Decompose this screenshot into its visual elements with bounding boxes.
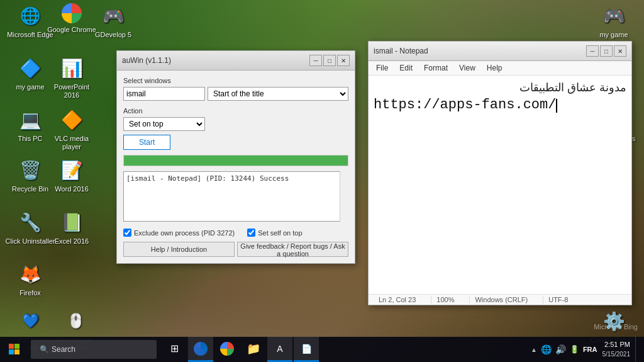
select-windows-label: Select windows xyxy=(123,77,348,84)
exclude-checkbox[interactable] xyxy=(123,229,131,237)
taskbar: 🔍 Search ⊞ 📁 A 📄 ▲ 🌐 🔊 🔋 FRA xyxy=(0,337,644,362)
search-placeholder: Search xyxy=(52,345,75,354)
status-ln-col: Ln 2, Col 23 xyxy=(374,296,421,303)
action-label: Action xyxy=(123,107,348,115)
notepad-maximize-button[interactable]: □ xyxy=(600,45,613,57)
taskbar-auwin[interactable]: A xyxy=(267,337,292,362)
log-area: [ismail - Notepad] (PID: 13244) Success xyxy=(123,171,348,222)
notepad-menu-edit[interactable]: Edit xyxy=(394,62,418,74)
notepad-titlebar: ismail - Notepad ─ □ ✕ xyxy=(369,42,631,61)
auwin-maximize-button[interactable]: □ xyxy=(323,55,336,66)
taskbar-edge[interactable] xyxy=(188,337,213,362)
help-button[interactable]: Help / Introduction xyxy=(123,242,235,257)
status-encoding: UTF-8 xyxy=(543,296,573,303)
auwin-window-controls: ─ □ ✕ xyxy=(309,55,350,66)
svg-rect-0 xyxy=(9,344,14,349)
notepad-menu-help[interactable]: Help xyxy=(482,62,508,74)
clock[interactable]: 2:51 PM 5/15/2021 xyxy=(602,340,631,358)
system-tray: ▲ 🌐 🔊 🔋 FRA xyxy=(531,344,597,354)
selfontop-checkbox[interactable] xyxy=(247,229,255,237)
action-section: Action Set on top Remove on top Minimize… xyxy=(123,107,348,150)
desktop-icon-firefox[interactable]: 🦊 Firefox xyxy=(5,261,55,297)
status-crlf: Windows (CRLF) xyxy=(469,296,533,303)
desktop-icon-vlc[interactable]: 🔶 VLC media player xyxy=(47,107,97,151)
desktop-icon-excel[interactable]: 📗 Excel 2016 xyxy=(47,210,97,246)
svg-rect-2 xyxy=(9,349,14,354)
notepad-menubar: File Edit Format View Help xyxy=(369,61,631,76)
bing-watermark: Microsoft Bing xyxy=(594,323,638,331)
notepad-menu-view[interactable]: View xyxy=(454,62,480,74)
title-filter-select[interactable]: Start of the title Contains Exact match … xyxy=(208,87,348,101)
auwin-close-button[interactable]: ✕ xyxy=(337,55,350,66)
tray-up-arrow[interactable]: ▲ xyxy=(531,346,537,353)
auwin-title: auWin (v1.1.1) xyxy=(122,56,171,65)
language-indicator[interactable]: FRA xyxy=(583,346,597,353)
start-button[interactable]: Start xyxy=(123,135,170,150)
status-zoom: 100% xyxy=(431,296,459,303)
tray-battery-icon[interactable]: 🔋 xyxy=(570,345,579,354)
text-cursor xyxy=(556,99,557,113)
progress-bar-container xyxy=(123,155,348,166)
progress-bar-fill xyxy=(124,156,348,166)
notepad-url-text: https://apps-fans.com/ xyxy=(374,97,626,113)
exclude-checkbox-label[interactable]: Exclude own process (PID 3272) xyxy=(123,229,235,237)
checkbox-row: Exclude own process (PID 3272) Set self … xyxy=(123,229,348,237)
notepad-window-controls: ─ □ ✕ xyxy=(586,45,626,57)
tray-volume-icon[interactable]: 🔊 xyxy=(555,344,566,354)
svg-rect-3 xyxy=(14,349,19,354)
windows-icon xyxy=(9,344,20,355)
taskbar-chrome[interactable] xyxy=(214,337,240,362)
notepad-content[interactable]: مدونة عشاق التطبيقات https://apps-fans.c… xyxy=(369,76,631,294)
taskbar-notepad[interactable]: 📄 xyxy=(294,337,319,362)
auwin-minimize-button[interactable]: ─ xyxy=(309,55,322,66)
notepad-title: ismail - Notepad xyxy=(374,47,428,55)
desktop: 🌐 Microsoft Edge Google Chrome 🎮 GDevelo… xyxy=(0,0,644,362)
feedback-button[interactable]: Give feedback / Report bugs / Ask a ques… xyxy=(237,242,348,257)
notepad-close-button[interactable]: ✕ xyxy=(614,45,626,57)
log-container: [ismail - Notepad] (PID: 13244) Success xyxy=(123,171,348,229)
notepad-minimize-button[interactable]: ─ xyxy=(586,45,599,57)
log-scrollbar[interactable] xyxy=(340,171,348,222)
desktop-icon-gdevelop[interactable]: 🎮 GDevelop 5 xyxy=(88,3,138,39)
window-name-input[interactable] xyxy=(123,87,205,101)
taskbar-taskview[interactable]: ⊞ xyxy=(162,337,187,362)
selfontop-checkbox-label[interactable]: Set self on top xyxy=(247,229,302,237)
auwin-dialog: auWin (v1.1.1) ─ □ ✕ Select windows Star… xyxy=(116,50,355,264)
start-button[interactable] xyxy=(0,337,28,362)
notepad-menu-format[interactable]: Format xyxy=(419,62,453,74)
tray-network-icon[interactable]: 🌐 xyxy=(541,344,552,354)
search-icon: 🔍 xyxy=(40,345,49,354)
notepad-menu-file[interactable]: File xyxy=(371,62,393,74)
desktop-icon-mygame[interactable]: 🎮 my game xyxy=(589,3,639,39)
notepad-window: ismail - Notepad ─ □ ✕ File Edit Format … xyxy=(368,41,632,305)
auwin-titlebar: auWin (v1.1.1) ─ □ ✕ xyxy=(117,51,355,71)
show-desktop-button[interactable] xyxy=(635,337,639,362)
action-select[interactable]: Set on top Remove on top Minimize Maximi… xyxy=(123,117,205,131)
bottom-buttons: Help / Introduction Give feedback / Repo… xyxy=(123,242,348,257)
taskbar-right: ▲ 🌐 🔊 🔋 FRA 2:51 PM 5/15/2021 xyxy=(531,337,644,362)
taskbar-files[interactable]: 📁 xyxy=(241,337,266,362)
taskbar-icons: ⊞ 📁 A 📄 xyxy=(162,337,319,362)
desktop-icon-word[interactable]: 📝 Word 2016 xyxy=(47,157,97,193)
svg-rect-1 xyxy=(14,344,19,349)
desktop-icon-powerpoint[interactable]: 📊 PowerPoint 2016 xyxy=(47,55,97,99)
search-bar[interactable]: 🔍 Search xyxy=(31,340,157,359)
action-row: Set on top Remove on top Minimize Maximi… xyxy=(123,117,348,131)
window-select-row: Start of the title Contains Exact match … xyxy=(123,87,348,101)
notepad-arabic-text: مدونة عشاق التطبيقات xyxy=(374,81,626,94)
auwin-body: Select windows Start of the title Contai… xyxy=(117,71,355,263)
notepad-statusbar: Ln 2, Col 23 100% Windows (CRLF) UTF-8 xyxy=(369,294,631,305)
